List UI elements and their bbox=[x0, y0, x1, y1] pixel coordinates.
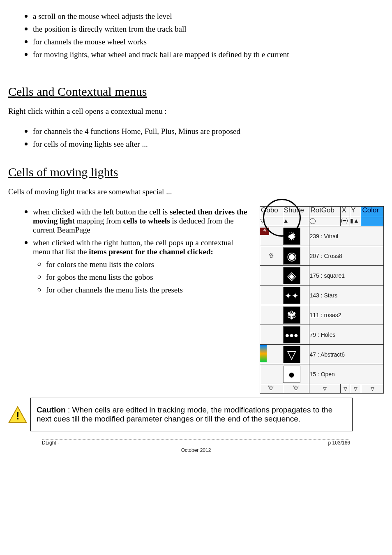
section-heading-cells-contextual: Cells and Contextual menus bbox=[8, 85, 384, 99]
gobo-item-label[interactable]: 47 : Abstract6 bbox=[309, 345, 384, 364]
col-header-color: Color bbox=[361, 207, 384, 217]
gobo-rosas2-icon: ✾ bbox=[283, 306, 300, 324]
gobo-item-cell[interactable]: ◈ bbox=[283, 266, 309, 286]
scroll-down-icon[interactable]: ▿ bbox=[361, 384, 384, 394]
gobo-item-cell[interactable]: ▽ bbox=[283, 345, 309, 364]
gobo-item-cell[interactable]: ✹ bbox=[283, 226, 309, 246]
gobo-item-cell[interactable]: ✾ bbox=[283, 305, 309, 325]
section-heading-cells-moving-lights: Cells of moving lights bbox=[8, 165, 384, 179]
x-cell-icon[interactable]: ⟨━⟩ bbox=[341, 217, 350, 226]
scroll-down-icon[interactable]: ▿ bbox=[309, 384, 341, 394]
gobo-abstract6-icon: ▽ bbox=[283, 346, 300, 363]
gobo-holes-icon: ●●● bbox=[283, 326, 300, 343]
footer-center: October 2012 bbox=[42, 446, 350, 453]
scroll-down-icon[interactable]: ⩔ bbox=[283, 384, 309, 394]
contextual-menu-list: for channels the 4 functions Home, Full,… bbox=[8, 126, 384, 149]
gobo-item-cell[interactable]: ●●● bbox=[283, 325, 309, 345]
gobo-cross8-icon: ◉ bbox=[283, 247, 300, 265]
caution-box: ! Caution : When cells are edited in tra… bbox=[8, 398, 384, 431]
gobo-stars-icon: ✦✦ bbox=[283, 287, 300, 304]
list-item: for moving lights, what wheel and track … bbox=[33, 49, 384, 68]
col-header-gobo: Gobo bbox=[260, 207, 283, 217]
mouse-behavior-list: a scroll on the mouse wheel adjusts the … bbox=[8, 11, 384, 34]
svg-text:!: ! bbox=[16, 410, 20, 422]
gobo-item-label[interactable]: 239 : Vitrail bbox=[309, 226, 384, 246]
gobo-popup-screenshot: Gobo Shutte RotGob X Y Color ▽ ▲ ◯ ⟨━⟩ ▮… bbox=[260, 206, 384, 394]
list-item: for channels the 4 functions Home, Full,… bbox=[33, 126, 384, 136]
scroll-down-icon[interactable]: ▿ bbox=[341, 384, 350, 394]
scroll-down-icon[interactable]: ⩔ bbox=[260, 384, 283, 394]
channel-behavior-list: for channels the mouse wheel works for m… bbox=[8, 36, 384, 68]
y-cell-icon[interactable]: ▮▲ bbox=[350, 217, 361, 226]
list-item: for channels the mouse wheel works bbox=[33, 36, 384, 46]
gobo-item-cell[interactable]: ◉ bbox=[283, 246, 309, 266]
gobo-item-label[interactable]: 143 : Stars bbox=[309, 286, 384, 305]
gobo-vitrail-icon: ✹ bbox=[283, 228, 300, 245]
gobo-item-label[interactable]: 111 : rosas2 bbox=[309, 305, 384, 325]
gobo-square1-icon: ◈ bbox=[283, 267, 300, 284]
list-item: a scroll on the mouse wheel adjusts the … bbox=[33, 11, 384, 21]
shutter-cell-icon[interactable]: ▲ bbox=[283, 217, 309, 226]
footer-left: DLight - bbox=[42, 440, 59, 446]
gobo-item-label[interactable]: 175 : square1 bbox=[309, 266, 384, 286]
color-cell-icon[interactable] bbox=[361, 217, 384, 226]
page-footer: DLight - p 103/166 October 2012 bbox=[42, 440, 350, 453]
warning-icon: ! bbox=[8, 406, 27, 423]
col-header-rotgob: RotGob bbox=[309, 207, 341, 217]
gobo-table: Gobo Shutte RotGob X Y Color ▽ ▲ ◯ ⟨━⟩ ▮… bbox=[260, 206, 384, 394]
col-header-x: X bbox=[341, 207, 350, 217]
rotgob-cell-icon[interactable]: ◯ bbox=[309, 217, 341, 226]
list-item: the position is directly written from th… bbox=[33, 23, 384, 34]
footer-right: p 103/166 bbox=[328, 440, 350, 446]
caution-text: Caution : When cells are edited in track… bbox=[30, 398, 353, 431]
section-subtext: Cells of moving light tracks are somewha… bbox=[8, 187, 384, 196]
section-subtext: Right click within a cell opens a contex… bbox=[8, 107, 384, 116]
col-header-y: Y bbox=[350, 207, 361, 217]
gobo-item-cell[interactable]: ✦✦ bbox=[283, 286, 309, 305]
gobo-open-icon: ● bbox=[283, 366, 300, 383]
gobo-item-cell[interactable]: ● bbox=[283, 364, 309, 384]
list-item: for cells of moving lights see after ... bbox=[33, 138, 384, 149]
gobo-item-label[interactable]: 15 : Open bbox=[309, 364, 384, 384]
gobo-cell-icon[interactable]: ▽ bbox=[260, 217, 283, 226]
gobo-item-label[interactable]: 79 : Holes bbox=[309, 325, 384, 345]
scroll-down-icon[interactable]: ▿ bbox=[350, 384, 361, 394]
col-header-shutter: Shutte bbox=[283, 207, 309, 217]
gobo-item-label[interactable]: 207 : Cross8 bbox=[309, 246, 384, 266]
